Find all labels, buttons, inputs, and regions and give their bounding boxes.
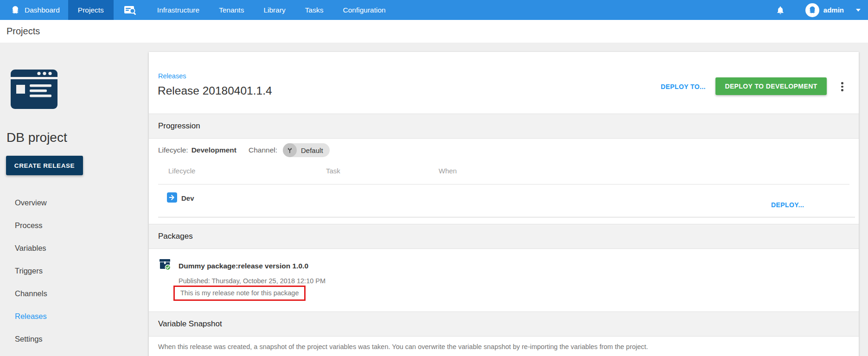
- nav-label: Dashboard: [25, 6, 60, 14]
- breadcrumb-releases-link[interactable]: Releases: [158, 72, 186, 80]
- packages-section-heading: Packages: [149, 224, 859, 249]
- page-title-bar: Projects: [0, 20, 868, 43]
- sidebar-item-label: Overview: [15, 198, 47, 207]
- section-heading-label: Progression: [158, 121, 200, 131]
- section-heading-label: Packages: [158, 232, 193, 241]
- table-header-divider: [158, 184, 849, 184]
- release-title: Release 20180401.1.4: [158, 84, 272, 97]
- top-nav: Dashboard Projects Infrastructure Tenant…: [0, 0, 868, 20]
- variable-snapshot-section-heading: Variable Snapshot: [149, 312, 859, 337]
- nav-item-infrastructure[interactable]: Infrastructure: [147, 0, 209, 20]
- sidebar-item-label: Channels: [15, 289, 47, 298]
- sidebar-item-variables[interactable]: Variables: [0, 237, 139, 260]
- channel-chip-label: Default: [301, 146, 323, 154]
- progression-section-heading: Progression: [149, 114, 859, 139]
- nav-label: Infrastructure: [157, 6, 199, 14]
- variable-snapshot-description: When this release was created, a snapsho…: [158, 343, 844, 350]
- project-search-icon: [124, 6, 137, 15]
- sidebar-item-label: Variables: [15, 244, 46, 253]
- release-detail-card: Releases Release 20180401.1.4 DEPLOY TO.…: [149, 52, 859, 356]
- nav-item-project-search[interactable]: [114, 0, 147, 20]
- table-row-divider: [158, 217, 855, 217]
- channel-branch-icon: [283, 143, 297, 157]
- release-note-highlight: This is my release note for this package: [173, 286, 306, 301]
- deploy-to-link[interactable]: DEPLOY TO...: [661, 83, 706, 90]
- nav-right-cluster: admin: [776, 0, 868, 20]
- column-header-task: Task: [326, 167, 340, 175]
- sidebar-item-overview[interactable]: Overview: [0, 191, 139, 214]
- nav-label: Configuration: [343, 6, 385, 14]
- nav-label: Library: [263, 6, 285, 14]
- lifecycle-value: Development: [191, 146, 236, 154]
- channel-label: Channel:: [249, 146, 277, 154]
- user-menu-caret-icon[interactable]: [856, 9, 861, 12]
- overflow-menu-icon[interactable]: [839, 80, 845, 93]
- sidebar-item-process[interactable]: Process: [0, 214, 139, 237]
- user-avatar[interactable]: [805, 3, 819, 17]
- lifecycle-channel-row: Lifecycle: Development Channel: Default: [158, 143, 330, 157]
- channel-chip: Default: [283, 143, 330, 157]
- sidebar-item-label: Triggers: [15, 267, 43, 275]
- project-logo-icon: [11, 70, 57, 111]
- package-icon: [159, 258, 171, 272]
- column-header-lifecycle: Lifecycle: [168, 167, 195, 175]
- row-deploy-link[interactable]: DEPLOY...: [771, 201, 804, 209]
- page-title: Projects: [6, 26, 40, 37]
- sidebar-item-settings[interactable]: Settings: [0, 328, 139, 350]
- nav-label: Tenants: [219, 6, 244, 14]
- deploy-to-development-button[interactable]: DEPLOY TO DEVELOPMENT: [715, 77, 827, 95]
- sidebar-item-label: Settings: [15, 335, 43, 343]
- sidebar-item-label: Process: [15, 221, 43, 230]
- octopus-logo-icon: [10, 5, 20, 15]
- nav-label: Projects: [78, 6, 104, 14]
- environment-arrow-icon: [167, 192, 177, 203]
- nav-item-projects[interactable]: Projects: [68, 0, 114, 20]
- package-name: Dummy package:release version 1.0.0: [179, 262, 308, 270]
- section-heading-label: Variable Snapshot: [158, 319, 222, 329]
- project-name: DB project: [6, 130, 67, 145]
- create-release-button[interactable]: CREATE RELEASE: [6, 156, 83, 175]
- sidebar-item-label: Releases: [15, 312, 47, 321]
- sidebar-item-releases[interactable]: Releases: [0, 305, 139, 328]
- nav-label: Tasks: [305, 6, 324, 14]
- nav-item-tenants[interactable]: Tenants: [209, 0, 254, 20]
- user-name[interactable]: admin: [823, 6, 844, 14]
- sidebar-item-triggers[interactable]: Triggers: [0, 260, 139, 282]
- nav-item-dashboard[interactable]: Dashboard: [0, 0, 68, 20]
- nav-item-configuration[interactable]: Configuration: [333, 0, 395, 20]
- package-release-note: This is my release note for this package: [180, 289, 299, 297]
- column-header-when: When: [439, 167, 457, 175]
- environment-name: Dev: [181, 194, 194, 202]
- package-published-date: Published: Thursday, October 25, 2018 12…: [179, 277, 326, 285]
- octopus-deploy-app: Dashboard Projects Infrastructure Tenant…: [0, 0, 868, 356]
- sidebar-item-channels[interactable]: Channels: [0, 282, 139, 305]
- nav-item-tasks[interactable]: Tasks: [295, 0, 333, 20]
- notifications-bell-icon[interactable]: [776, 5, 785, 15]
- nav-item-library[interactable]: Library: [254, 0, 295, 20]
- project-sidebar-nav: Overview Process Variables Triggers Chan…: [0, 191, 139, 350]
- lifecycle-label: Lifecycle:: [158, 146, 188, 154]
